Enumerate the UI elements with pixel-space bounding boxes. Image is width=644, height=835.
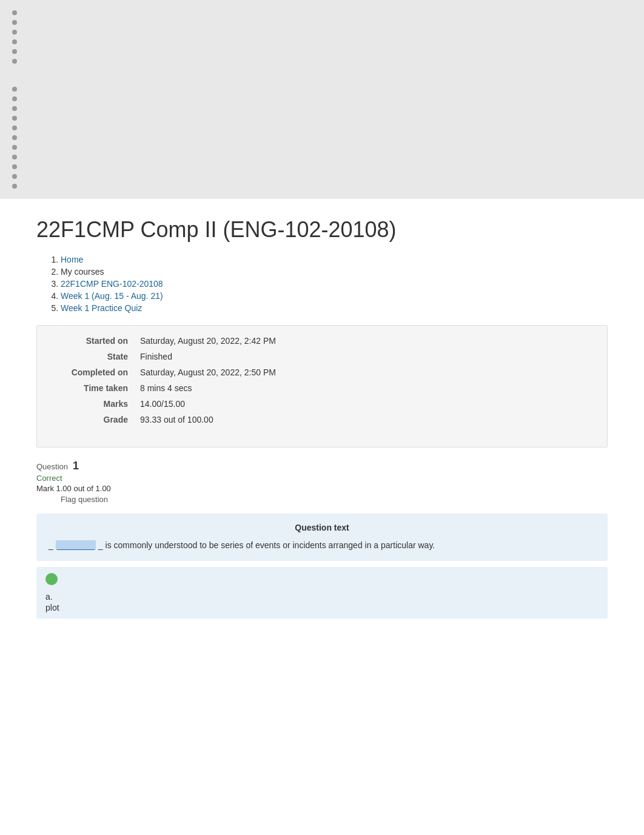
quiz-info-value-completed: Saturday, August 20, 2022, 2:50 PM [134, 364, 607, 380]
page-title: 22F1CMP Comp II (ENG-102-20108) [36, 217, 608, 243]
breadcrumb-item-1: Home [61, 255, 608, 264]
nav-dot [12, 164, 17, 169]
nav-dot [12, 20, 17, 25]
quiz-info-table: Started on Saturday, August 20, 2022, 2:… [37, 333, 607, 428]
answer-option-value: plot [45, 603, 599, 612]
question-number: 1 [73, 460, 79, 472]
nav-dot [12, 106, 17, 111]
top-nav-bar [0, 0, 644, 199]
answer-option-block: a. plot [36, 567, 608, 619]
question-mark: Mark 1.00 out of 1.00 [36, 484, 608, 493]
nav-dot [12, 174, 17, 179]
breadcrumb-link-quiz[interactable]: Week 1 Practice Quiz [61, 303, 142, 313]
nav-dot [12, 145, 17, 150]
nav-dot [12, 116, 17, 121]
question-status: Correct [36, 474, 608, 483]
breadcrumb-link-week[interactable]: Week 1 (Aug. 15 - Aug. 21) [61, 291, 163, 301]
flag-question-link[interactable]: Flag question [61, 495, 108, 504]
nav-dot [12, 126, 17, 130]
quiz-info-row-state: State Finished [37, 349, 607, 364]
correct-circle-indicator [45, 573, 599, 592]
quiz-info-value-state: Finished [134, 349, 607, 364]
quiz-info-label-grade: Grade [37, 412, 134, 428]
quiz-info-row-grade: Grade 93.33 out of 100.00 [37, 412, 607, 428]
quiz-info-label-time: Time taken [37, 380, 134, 396]
question-text-content: _ ________ _ is commonly understood to b… [49, 538, 595, 552]
question-text-label: Question text [49, 523, 595, 532]
quiz-info-label-state: State [37, 349, 134, 364]
breadcrumb-item-2: My courses [61, 267, 608, 277]
quiz-info-label-marks: Marks [37, 396, 134, 412]
nav-dot [12, 59, 17, 64]
quiz-info-section: Started on Saturday, August 20, 2022, 2:… [36, 325, 608, 448]
question-text-part2: _ is commonly understood to be series of… [96, 540, 435, 550]
quiz-info-label-started: Started on [37, 333, 134, 349]
nav-dot [12, 10, 17, 15]
nav-dot [12, 39, 17, 44]
quiz-info-value-started: Saturday, August 20, 2022, 2:42 PM [134, 333, 607, 349]
nav-dot [12, 96, 17, 101]
quiz-info-row-time: Time taken 8 mins 4 secs [37, 380, 607, 396]
quiz-info-row-marks: Marks 14.00/15.00 [37, 396, 607, 412]
nav-dot [12, 30, 17, 35]
quiz-info-row-completed: Completed on Saturday, August 20, 2022, … [37, 364, 607, 380]
question-label: Question [36, 462, 68, 471]
breadcrumb-item-3: 22F1CMP ENG-102-20108 [61, 279, 608, 289]
quiz-info-row-started: Started on Saturday, August 20, 2022, 2:… [37, 333, 607, 349]
flag-question-container: Flag question [36, 494, 608, 504]
breadcrumb: Home My courses 22F1CMP ENG-102-20108 We… [36, 255, 608, 313]
question-text-part1: _ [49, 540, 56, 550]
answer-option-label: a. [45, 592, 599, 602]
nav-dots-group-1 [12, 8, 632, 65]
breadcrumb-link-course[interactable]: 22F1CMP ENG-102-20108 [61, 279, 163, 289]
breadcrumb-item-4: Week 1 (Aug. 15 - Aug. 21) [61, 291, 608, 301]
page-content: 22F1CMP Comp II (ENG-102-20108) Home My … [0, 199, 644, 643]
question-text-box: Question text _ ________ _ is commonly u… [36, 514, 608, 561]
quiz-info-value-grade: 93.33 out of 100.00 [134, 412, 607, 428]
nav-dot [12, 135, 17, 140]
nav-dot [12, 87, 17, 92]
nav-dot [12, 184, 17, 189]
nav-dot [12, 49, 17, 54]
breadcrumb-link-home[interactable]: Home [61, 255, 83, 264]
nav-dots-group-2 [12, 85, 632, 190]
nav-dot [12, 155, 17, 159]
breadcrumb-text-mycourses: My courses [61, 267, 104, 277]
question-block: Question 1 Correct Mark 1.00 out of 1.00… [36, 460, 608, 619]
breadcrumb-item-5: Week 1 Practice Quiz [61, 303, 608, 313]
answer-highlight: ________ [56, 540, 96, 550]
question-header: Question 1 [36, 460, 608, 472]
quiz-info-label-completed: Completed on [37, 364, 134, 380]
quiz-info-value-time: 8 mins 4 secs [134, 380, 607, 396]
correct-circle [45, 573, 58, 585]
quiz-info-value-marks: 14.00/15.00 [134, 396, 607, 412]
